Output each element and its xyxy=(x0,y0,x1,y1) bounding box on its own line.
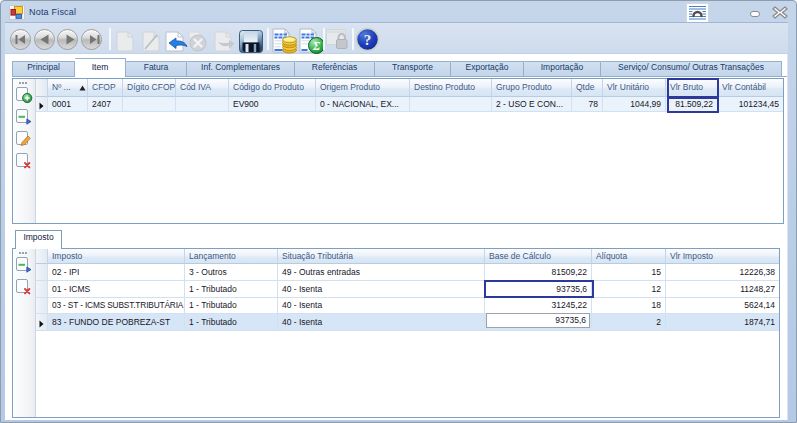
svg-text:?: ? xyxy=(364,32,372,48)
svg-text:Σ: Σ xyxy=(312,40,320,52)
